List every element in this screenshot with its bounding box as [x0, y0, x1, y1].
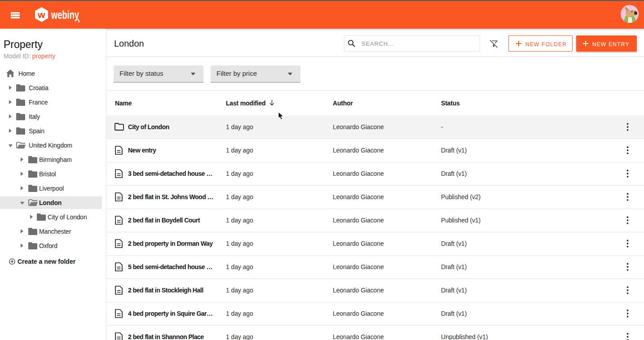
svg-text:webiny: webiny	[51, 9, 79, 21]
svg-text:w: w	[37, 9, 45, 20]
